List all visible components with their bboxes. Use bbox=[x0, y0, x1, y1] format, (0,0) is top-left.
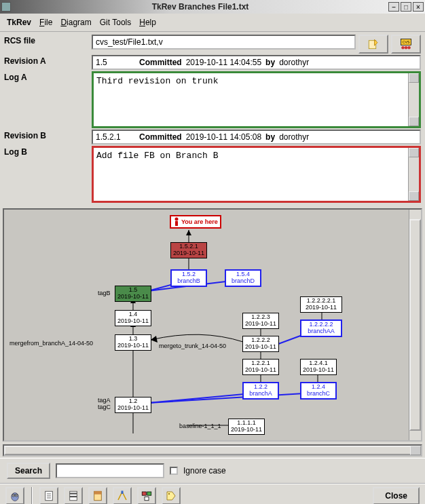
rcs-file-input[interactable] bbox=[92, 35, 356, 50]
baseline-label: baseline-1_1_1 bbox=[179, 423, 221, 429]
tag-icon bbox=[165, 490, 177, 502]
svg-point-34 bbox=[16, 495, 18, 497]
node-1-3[interactable]: 1.32019-10-11 bbox=[115, 334, 151, 351]
menu-git-tools[interactable]: Git Tools bbox=[100, 18, 131, 27]
node-1-2-4-1[interactable]: 1.2.4.12019-10-11 bbox=[300, 359, 337, 375]
close-window-button[interactable]: × bbox=[413, 2, 424, 12]
tag-b-label: tagB bbox=[98, 290, 111, 296]
revision-b-label: Revision B bbox=[4, 130, 89, 140]
diagram-scrollbar-h[interactable] bbox=[3, 444, 422, 457]
revision-a-date: 2019-10-11 14:04:55 bbox=[186, 58, 261, 67]
svg-rect-40 bbox=[70, 493, 77, 495]
page-icon bbox=[43, 490, 55, 502]
edit-icon bbox=[367, 38, 380, 50]
revision-b-line: 1.5.2.1 Committed 2019-10-11 14:05:08 by… bbox=[92, 130, 421, 144]
svg-point-4 bbox=[405, 46, 408, 50]
svg-point-5 bbox=[407, 46, 411, 50]
log-a-label: Log A bbox=[4, 71, 89, 82]
owl-icon bbox=[9, 490, 21, 502]
svg-marker-27 bbox=[186, 230, 191, 235]
node-1-2-2-2-2-1[interactable]: 1.2.2.2.2.12019-10-11 bbox=[300, 296, 342, 313]
diagram-scrollbar-v[interactable] bbox=[409, 210, 421, 440]
revision-a-value: 1.5 bbox=[96, 58, 135, 67]
log-b-text: Add file FB on Branch B bbox=[96, 151, 218, 161]
revision-b-date: 2019-10-11 14:05:08 bbox=[186, 132, 261, 142]
svg-point-48 bbox=[168, 493, 170, 495]
search-input[interactable] bbox=[56, 463, 164, 478]
info-panel: RCS file CVS Revision A 1.5 Committed 20… bbox=[0, 32, 425, 206]
mergefrom-label: mergefrom_branchA_14-04-50 bbox=[10, 340, 93, 347]
svg-marker-20 bbox=[151, 336, 158, 343]
revision-a-label: Revision A bbox=[4, 55, 89, 66]
menu-diagram[interactable]: Diagram bbox=[60, 18, 91, 27]
node-branch-d[interactable]: 1.5.4branchD bbox=[225, 269, 261, 287]
node-1-2-2-1[interactable]: 1.2.2.12019-10-11 bbox=[242, 359, 279, 375]
svg-rect-46 bbox=[147, 492, 151, 495]
separator bbox=[31, 487, 33, 504]
app-icon bbox=[1, 2, 11, 12]
pen-icon bbox=[116, 490, 128, 502]
svg-point-3 bbox=[401, 46, 405, 50]
search-button[interactable]: Search bbox=[7, 463, 50, 479]
menu-app[interactable]: TkRev bbox=[7, 18, 31, 27]
log-b-scrollbar[interactable] bbox=[408, 148, 419, 201]
cvs-icon: CVS bbox=[400, 38, 412, 50]
you-are-here-marker: You are here bbox=[170, 215, 221, 229]
revision-b-user: dorothyr bbox=[279, 132, 309, 142]
node-1-5-2-1[interactable]: 1.5.2.12019-10-11 bbox=[170, 242, 207, 258]
rcs-file-label: RCS file bbox=[4, 35, 89, 45]
svg-point-33 bbox=[13, 495, 14, 497]
maximize-button[interactable]: □ bbox=[401, 2, 411, 12]
node-1-2[interactable]: 1.22019-10-11 bbox=[115, 397, 151, 413]
page-button-2[interactable] bbox=[64, 487, 83, 504]
node-branch-aa[interactable]: 1.2.2.2.2branchAA bbox=[300, 319, 342, 337]
svg-rect-45 bbox=[142, 492, 146, 495]
minimize-button[interactable]: – bbox=[388, 2, 399, 12]
blocks-icon bbox=[141, 490, 153, 502]
window-title: TkRev Branches File1.txt bbox=[14, 2, 387, 12]
log-b-box[interactable]: Add file FB on Branch B bbox=[92, 146, 421, 203]
tag-a-label: tagA bbox=[98, 397, 111, 404]
node-branch-a[interactable]: 1.2.2branchA bbox=[242, 382, 279, 400]
page-button-1[interactable] bbox=[39, 487, 58, 504]
node-1-4[interactable]: 1.42019-10-11 bbox=[115, 310, 151, 326]
shaded-page-icon bbox=[92, 490, 104, 502]
pen-button[interactable] bbox=[113, 487, 132, 504]
log-a-text: Third revision on trunk bbox=[96, 76, 218, 86]
close-button[interactable]: Close bbox=[373, 487, 420, 504]
node-branch-b[interactable]: 1.5.2branchB bbox=[170, 269, 207, 287]
svg-rect-44 bbox=[122, 491, 124, 495]
bottom-toolbar: Close bbox=[0, 484, 425, 504]
menu-help[interactable]: Help bbox=[139, 18, 156, 27]
mergeto-label: mergeto_trunk_14-04-50 bbox=[159, 343, 226, 349]
revision-a-line: 1.5 Committed 2019-10-11 14:04:55 by dor… bbox=[92, 55, 421, 70]
menu-file[interactable]: File bbox=[39, 18, 52, 27]
log-a-scrollbar[interactable] bbox=[408, 73, 419, 126]
svg-text:CVS: CVS bbox=[403, 40, 410, 44]
node-1-1-1-1[interactable]: 1.1.1.12019-10-11 bbox=[228, 419, 265, 435]
ignore-case-checkbox[interactable] bbox=[170, 467, 178, 475]
tag-button[interactable] bbox=[162, 487, 181, 504]
node-1-2-2-2[interactable]: 1.2.2.22019-10-11 bbox=[242, 336, 279, 352]
person-icon bbox=[173, 217, 180, 227]
svg-rect-41 bbox=[70, 496, 77, 497]
edit-button[interactable] bbox=[358, 35, 388, 54]
svg-point-30 bbox=[12, 493, 19, 501]
tag-c-label: tagC bbox=[98, 404, 111, 410]
striped-page-icon bbox=[67, 490, 79, 502]
branch-diagram[interactable]: You are here 1.5.2.12019-10-11 1.5.2bran… bbox=[3, 208, 422, 442]
svg-point-28 bbox=[175, 218, 179, 221]
node-1-5[interactable]: 1.52019-10-11 bbox=[115, 286, 151, 302]
node-branch-c[interactable]: 1.2.4branchC bbox=[300, 382, 337, 400]
log-a-box[interactable]: Third revision on trunk bbox=[92, 71, 421, 128]
owl-button[interactable] bbox=[5, 487, 24, 504]
cvs-button[interactable]: CVS bbox=[391, 35, 421, 54]
ignore-case-label: Ignore case bbox=[183, 466, 226, 476]
svg-rect-47 bbox=[145, 497, 149, 501]
svg-line-15 bbox=[148, 393, 315, 403]
blocks-button[interactable] bbox=[137, 487, 156, 504]
diagram-edges bbox=[4, 210, 422, 442]
node-1-2-2-3[interactable]: 1.2.2.32019-10-11 bbox=[242, 313, 279, 329]
revision-b-value: 1.5.2.1 bbox=[96, 132, 135, 142]
page-button-3[interactable] bbox=[88, 487, 107, 504]
